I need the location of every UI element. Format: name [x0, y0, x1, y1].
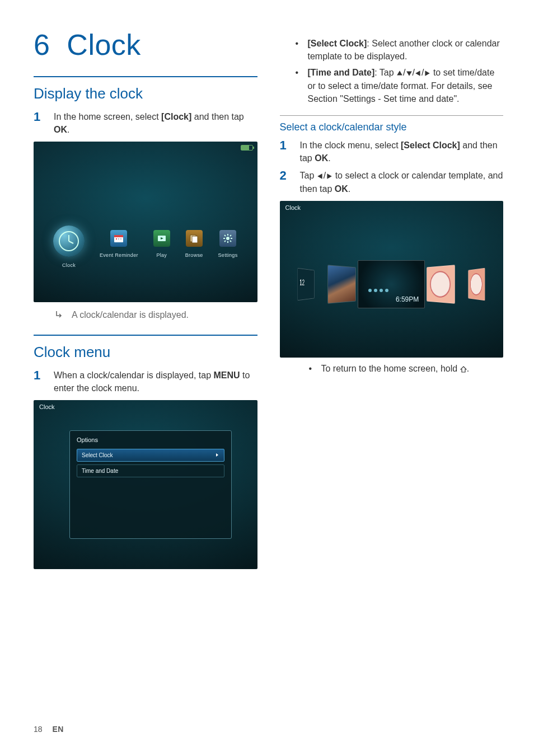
page-lang: EN — [52, 725, 63, 734]
result-arrow-icon — [55, 310, 64, 319]
clock-menu-bullets: [Select Clock]: Select another clock or … — [280, 37, 504, 105]
popup-title: Options — [77, 436, 224, 443]
display-step-1: 1 In the home screen, select [Clock] and… — [34, 110, 257, 136]
breadcrumb: Clock — [285, 204, 301, 211]
section-display-heading: Display the clock — [34, 76, 257, 102]
home-item-settings: Settings — [218, 230, 238, 258]
style-step-2: 2 Tap / to select a clock or calendar te… — [280, 169, 504, 195]
menu-steps: 1 When a clock/calendar is displayed, ta… — [34, 369, 257, 395]
step-text: In the clock menu, select [Select Clock]… — [300, 139, 504, 165]
svg-marker-23 — [406, 72, 412, 76]
screenshot-select-clock-style: Clock 12 6:59PM — [280, 201, 504, 358]
home-icon — [460, 366, 467, 373]
battery-icon — [241, 145, 253, 151]
style-card-selected: 6:59PM — [358, 260, 425, 308]
display-steps: 1 In the home screen, select [Clock] and… — [34, 110, 257, 136]
style-carousel: 12 6:59PM — [280, 260, 504, 308]
section-menu-heading: Clock menu — [34, 335, 257, 361]
options-popup: Options Select Clock Time and Date — [69, 430, 232, 539]
svg-line-2 — [69, 241, 73, 243]
left-column: 6 Clock Display the clock 1 In the home … — [34, 28, 257, 574]
svg-rect-11 — [192, 236, 198, 243]
chapter-heading: 6 Clock — [34, 28, 257, 62]
style-steps: 1 In the clock menu, select [Select Cloc… — [280, 139, 504, 195]
home-item-clock: Clock — [53, 226, 85, 268]
menu-step-1: 1 When a clock/calendar is displayed, ta… — [34, 369, 257, 395]
chevron-right-icon — [215, 453, 219, 457]
bullet-select-clock: [Select Clock]: Select another clock or … — [296, 37, 504, 63]
clock-icon — [53, 226, 85, 257]
display-result: A clock/calendar is displayed. — [55, 310, 257, 320]
arrow-down-icon — [406, 70, 413, 77]
step-text: Tap / to select a clock or calendar temp… — [300, 169, 504, 195]
bullet-time-and-date: [Time and Date]: Tap /// to set time/dat… — [296, 66, 504, 105]
home-item-event: Event Reminder — [100, 230, 138, 258]
style-card — [327, 265, 356, 304]
step-number: 2 — [280, 169, 290, 195]
style-card — [469, 268, 485, 300]
svg-rect-6 — [118, 238, 119, 240]
svg-marker-27 — [327, 174, 332, 180]
home-item-browse: Browse — [185, 230, 203, 258]
step-text: When a clock/calendar is displayed, tap … — [54, 369, 257, 395]
chapter-number: 6 — [34, 29, 50, 61]
screenshot-clock-menu: Clock Options Select Clock Time and Date — [34, 400, 257, 569]
gear-icon — [219, 230, 236, 247]
option-time-and-date: Time and Date — [77, 464, 224, 477]
subsection-style-heading: Select a clock/calendar style — [280, 115, 504, 133]
breadcrumb: Clock — [39, 403, 55, 410]
arrow-left-icon — [415, 70, 421, 77]
chapter-title: Clock — [67, 29, 141, 61]
svg-rect-7 — [120, 238, 121, 240]
right-column: [Select Clock]: Select another clock or … — [280, 28, 504, 574]
svg-rect-4 — [114, 235, 123, 237]
svg-point-12 — [226, 237, 229, 240]
svg-marker-21 — [216, 453, 218, 457]
arrow-up-icon — [396, 70, 403, 77]
arrow-left-icon — [317, 173, 324, 180]
page-footer: 18 EN — [34, 725, 64, 734]
svg-marker-25 — [425, 71, 430, 77]
style-card — [427, 265, 455, 304]
step-number: 1 — [34, 369, 44, 395]
style-step-1: 1 In the clock menu, select [Select Cloc… — [280, 139, 504, 165]
svg-line-17 — [224, 235, 226, 236]
option-select-clock: Select Clock — [77, 449, 224, 462]
svg-marker-24 — [415, 71, 420, 77]
home-item-play: Play — [153, 230, 170, 258]
svg-line-18 — [230, 241, 231, 242]
svg-rect-5 — [116, 238, 117, 240]
arrow-right-icon — [424, 70, 430, 77]
calendar-icon — [110, 230, 127, 247]
arrow-right-icon — [326, 173, 332, 180]
svg-marker-22 — [397, 71, 402, 76]
style-card: 12 — [298, 268, 315, 300]
step-number: 1 — [280, 139, 290, 165]
svg-marker-26 — [317, 174, 322, 180]
return-bullet: To return to the home screen, hold . — [309, 362, 504, 375]
screenshot-home-menu: Clock Event Reminder Play — [34, 142, 257, 302]
play-icon — [153, 230, 170, 247]
page-number: 18 — [34, 725, 43, 734]
center-time: 6:59PM — [396, 295, 419, 303]
svg-marker-28 — [461, 367, 466, 372]
return-bullet-list: To return to the home screen, hold . — [280, 362, 504, 375]
step-number: 1 — [34, 110, 44, 136]
step-text: In the home screen, select [Clock] and t… — [54, 110, 257, 136]
svg-line-20 — [224, 241, 226, 242]
svg-line-19 — [230, 235, 231, 236]
browse-icon — [186, 230, 203, 247]
